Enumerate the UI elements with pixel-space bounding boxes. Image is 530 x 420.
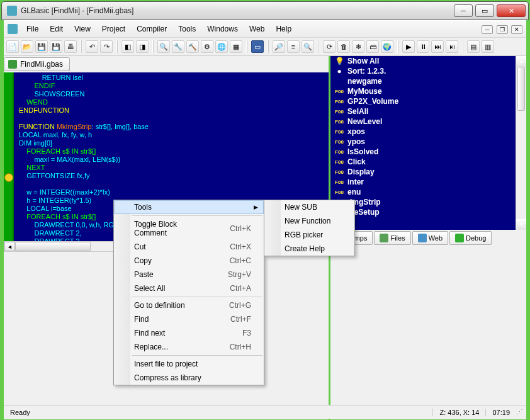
jump-list[interactable]: 💡Show All●Sort: 1.2.3. newgameF00MyMouse… <box>330 56 526 230</box>
status-time: 07:19 <box>485 409 516 416</box>
toolbar-btn-17[interactable]: ▦ <box>230 40 242 53</box>
toolbar-btn-1[interactable]: 📂 <box>21 40 33 53</box>
resize-grip[interactable]: ⋰ <box>516 408 526 416</box>
jump-item[interactable]: ●Sort: 1.2.3. <box>330 66 526 76</box>
toolbar-btn-23[interactable]: 🔍 <box>302 40 314 53</box>
app-icon <box>7 6 17 16</box>
jump-item[interactable]: F00meSetup <box>330 207 526 217</box>
jump-item[interactable]: F00inter <box>330 177 526 187</box>
toolbar-btn-16[interactable]: 🌐 <box>215 40 228 53</box>
ctx-insert-file-to-project[interactable]: Insert file to project <box>114 357 264 371</box>
jump-item[interactable]: F00ypos <box>330 137 526 147</box>
ctx-copy[interactable]: CopyCtrl+C <box>114 254 264 268</box>
toolbar-btn-6[interactable]: ↶ <box>86 40 98 53</box>
scroll-thumb[interactable] <box>15 242 91 251</box>
toolbar-btn-10[interactable]: ◨ <box>136 40 149 53</box>
ctx-find[interactable]: FindCtrl+F <box>114 312 264 326</box>
jump-item[interactable]: F00Click <box>330 157 526 167</box>
toolbar-btn-29[interactable]: 🌍 <box>381 40 393 53</box>
mdi-minimize[interactable]: ─ <box>482 25 493 34</box>
jump-item[interactable]: F00Display <box>330 167 526 177</box>
jump-item[interactable]: F00enu <box>330 187 526 197</box>
submenu-new-sub[interactable]: New SUB <box>264 200 354 214</box>
jump-item[interactable]: newgame <box>330 76 526 86</box>
toolbar-btn-9[interactable]: ◧ <box>121 40 134 53</box>
ctx-paste[interactable]: PasteStrg+V <box>114 268 264 281</box>
toolbar-btn-2[interactable]: 💾 <box>35 40 48 53</box>
bookmark-marker[interactable] <box>4 173 13 182</box>
toolbar-btn-12[interactable]: 🔍 <box>157 40 170 53</box>
toolbar-btn-13[interactable]: 🔧 <box>172 40 184 53</box>
toolbar-btn-31[interactable]: ▶ <box>402 40 415 53</box>
ctx-cut[interactable]: CutCtrl+X <box>114 240 264 254</box>
toolbar-btn-28[interactable]: 🗃 <box>366 40 379 53</box>
ctx-compress-as-library[interactable]: Compress as library <box>114 371 264 385</box>
menu-help[interactable]: Help <box>271 23 296 35</box>
toolbar-btn-37[interactable]: ▥ <box>482 40 494 53</box>
menu-web[interactable]: Web <box>244 23 269 35</box>
toolbar-btn-21[interactable]: 🔎 <box>273 40 285 53</box>
file-tab-icon <box>8 60 17 69</box>
side-tab-debug[interactable]: Debug <box>449 231 492 245</box>
maximize-button[interactable]: ▭ <box>475 4 494 17</box>
toolbar-btn-3[interactable]: 💾 <box>50 40 62 53</box>
side-tab-web[interactable]: Web <box>412 231 448 245</box>
toolbar-btn-0[interactable]: 📄 <box>6 40 19 53</box>
toolbar-btn-7[interactable]: ↷ <box>100 40 113 53</box>
gutter[interactable]: STOP <box>4 72 14 241</box>
jump-item[interactable]: F00MyMouse <box>330 86 526 96</box>
ctx-tools[interactable]: Tools▶ <box>114 200 264 214</box>
context-menu[interactable]: Tools▶Toggle Block CommentCtrl+KCutCtrl+… <box>113 200 264 385</box>
toolbar-btn-32[interactable]: ⏸ <box>417 40 429 53</box>
submenu-create-help[interactable]: Create Help <box>264 242 354 256</box>
menu-view[interactable]: View <box>69 23 96 35</box>
side-tab-files[interactable]: Files <box>374 231 410 245</box>
window-title-bar: GLBasic [FindMii] - [FindMii.gbas] ─ ▭ ✕ <box>1 1 529 20</box>
toolbar-btn-25[interactable]: ⟳ <box>323 40 335 53</box>
menu-windows[interactable]: Windows <box>202 23 243 35</box>
menu-project[interactable]: Project <box>97 23 130 35</box>
toolbar-btn-15[interactable]: ⚙ <box>201 40 213 53</box>
menu-edit[interactable]: Edit <box>45 23 68 35</box>
menu-tools[interactable]: Tools <box>173 23 201 35</box>
jump-item[interactable]: F00xpos <box>330 127 526 137</box>
window-controls: ─ ▭ ✕ <box>454 4 528 17</box>
scroll-up[interactable]: ▲ <box>516 56 526 67</box>
scroll-down[interactable]: ▼ <box>516 219 526 230</box>
vert-scrollbar[interactable]: ▲ ▼ <box>516 56 526 230</box>
close-button[interactable]: ✕ <box>497 4 526 17</box>
jump-item[interactable]: F00NewLevel <box>330 116 526 127</box>
file-tab-bar: FindMii.gbas <box>4 56 329 72</box>
jump-item[interactable]: 💡Show All <box>330 56 526 66</box>
toolbar-btn-33[interactable]: ⏭ <box>431 40 444 53</box>
mdi-close[interactable]: ✕ <box>511 25 522 34</box>
submenu-new-function[interactable]: New Function <box>264 214 354 228</box>
jump-item[interactable]: F00IsSolved <box>330 147 526 157</box>
file-tab[interactable]: FindMii.gbas <box>4 57 70 71</box>
toolbar-btn-27[interactable]: ❄ <box>352 40 364 53</box>
jump-item[interactable]: F00SelAll <box>330 106 526 116</box>
toolbar-btn-36[interactable]: ▤ <box>467 40 480 53</box>
toolbar-btn-4[interactable]: 🖶 <box>64 40 77 53</box>
toolbar-btn-22[interactable]: ≡ <box>287 40 300 53</box>
vscroll-thumb[interactable] <box>517 67 525 111</box>
toolbar-btn-14[interactable]: 🔨 <box>186 40 199 53</box>
jump-item[interactable]: F00GP2X_Volume <box>330 96 526 106</box>
minimize-button[interactable]: ─ <box>454 4 473 17</box>
menu-file[interactable]: File <box>21 23 43 35</box>
mdi-doc-icon <box>8 24 18 34</box>
ctx-find-next[interactable]: Find nextF3 <box>114 326 264 340</box>
toolbar-btn-26[interactable]: 🗑 <box>337 40 350 53</box>
ctx-go-to-definition[interactable]: Go to definitionCtrl+G <box>114 298 264 312</box>
menu-compiler[interactable]: Compiler <box>132 23 172 35</box>
ctx-select-all[interactable]: Select AllCtrl+A <box>114 281 264 295</box>
ctx-toggle-block-comment[interactable]: Toggle Block CommentCtrl+K <box>114 217 264 240</box>
tools-submenu[interactable]: New SUBNew FunctionRGB pickerCreate Help <box>264 200 355 256</box>
toolbar-btn-34[interactable]: ⏯ <box>446 40 458 53</box>
mdi-restore[interactable]: ❐ <box>497 25 508 34</box>
jump-item[interactable]: F00:ImgStrip <box>330 197 526 207</box>
ctx-replace-[interactable]: Replace...Ctrl+H <box>114 340 264 354</box>
submenu-rgb-picker[interactable]: RGB picker <box>264 228 354 242</box>
toolbar-btn-19[interactable]: ▭ <box>251 40 264 53</box>
scroll-left[interactable]: ◄ <box>4 242 15 251</box>
